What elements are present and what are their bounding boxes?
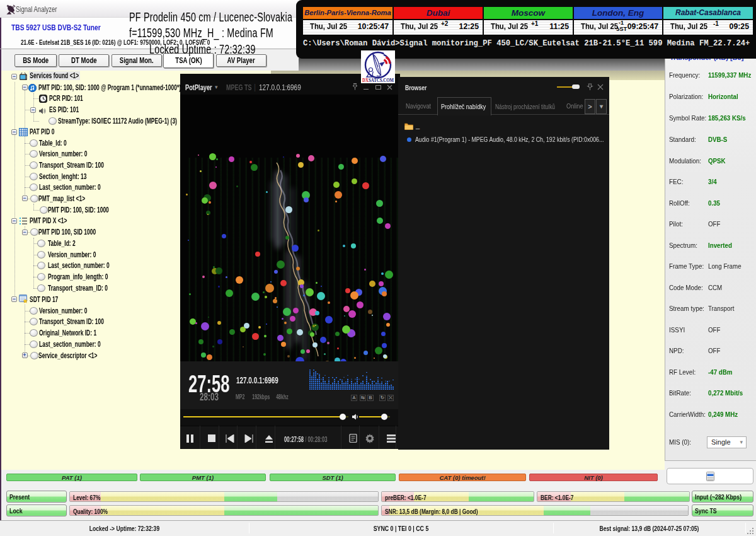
svg-text:DXSATCS.COM: DXSATCS.COM (362, 77, 394, 83)
